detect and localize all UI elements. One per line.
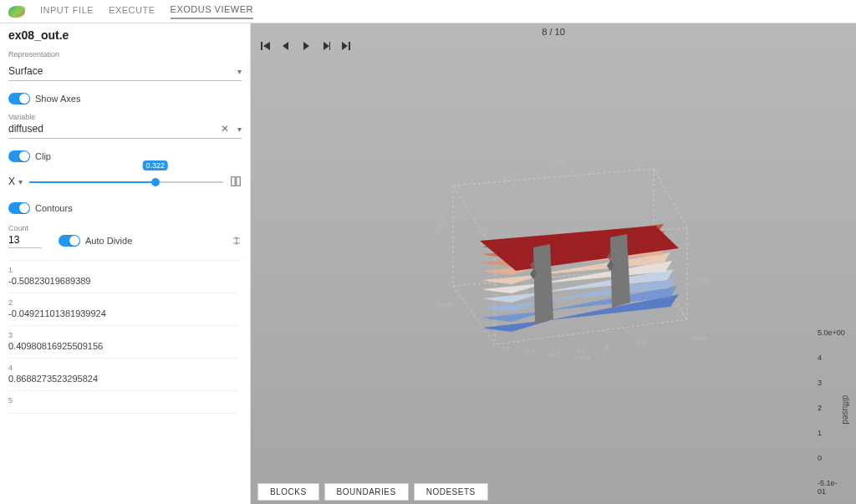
svg-rect-0 <box>232 176 235 186</box>
variable-label: Variable <box>8 113 242 121</box>
contours-label: Contours <box>35 203 73 213</box>
colorbar: 5.0e+00 4 3 2 1 0 -5.1e-01 diffused <box>814 328 844 496</box>
first-frame-button[interactable] <box>259 40 273 52</box>
svg-marker-9 <box>324 42 329 50</box>
x-axis-label: X Axis <box>549 160 566 165</box>
tab-nodesets[interactable]: NODESETS <box>414 483 488 501</box>
clip-axis-value: X <box>8 176 15 187</box>
clip-invert-icon[interactable] <box>230 176 242 190</box>
playback-controls <box>251 40 856 52</box>
contour-index: 1 <box>8 266 238 274</box>
variable-select[interactable]: diffused ✕ ▾ <box>8 121 242 139</box>
contour-value: -0.50823019689389 <box>8 276 238 286</box>
adjust-icon[interactable] <box>232 236 242 248</box>
bottom-tab-bar: BLOCKS BOUNDARIES NODESETS <box>251 480 495 504</box>
svg-marker-7 <box>283 42 288 50</box>
representation-select[interactable]: Surface ▾ <box>8 64 242 81</box>
tab-boundaries[interactable]: BOUNDARIES <box>324 483 409 501</box>
contour-value: -0.04921101381939924 <box>8 308 238 318</box>
list-item[interactable]: 3 0.40980816925509156 <box>8 326 238 359</box>
clip-slider-tooltip: 0.322 <box>143 160 169 171</box>
contours-list: 1 -0.50823019689389 2 -0.049211013819399… <box>8 260 242 496</box>
tab-input-file[interactable]: INPUT FILE <box>40 5 94 18</box>
contour-index: 4 <box>8 364 238 372</box>
chevron-down-icon: ▾ <box>237 67 242 76</box>
clip-label: Clip <box>35 151 51 161</box>
clip-toggle[interactable] <box>8 150 30 162</box>
colorbar-tick: 1 <box>818 429 845 437</box>
top-tab-bar: INPUT FILE EXECUTE EXODUS VIEWER <box>0 0 856 23</box>
svg-text:-0.8: -0.8 <box>499 346 509 352</box>
tab-blocks[interactable]: BLOCKS <box>257 483 319 501</box>
z-axis-label: Z Axis <box>436 302 453 308</box>
colorbar-min: -5.1e-01 <box>818 479 845 496</box>
count-input[interactable] <box>8 232 42 248</box>
colorbar-ticks: 5.0e+00 4 3 2 1 0 -5.1e-01 <box>814 328 845 496</box>
frame-counter: 8 / 10 <box>251 27 856 37</box>
svg-text:-0.2: -0.2 <box>574 348 584 354</box>
app-logo-icon <box>8 6 25 18</box>
svg-line-18 <box>637 166 639 170</box>
chevron-down-icon: ▾ <box>18 177 23 186</box>
y-axis-label: Y Axis <box>436 214 446 232</box>
viewport-3d[interactable]: 8 / 10 <box>251 23 856 504</box>
show-axes-toggle[interactable] <box>8 93 30 104</box>
svg-line-17 <box>604 169 606 172</box>
svg-text:-0.4: -0.4 <box>549 351 559 357</box>
svg-text:-0.6: -0.6 <box>524 349 534 354</box>
sidebar: ex08_out.e Representation Surface ▾ Show… <box>0 23 251 504</box>
representation-value: Surface <box>8 65 43 77</box>
scene-3d: X Axis Y Axis Z Axis Z Axis X Axis Y Axi… <box>386 135 721 369</box>
svg-line-13 <box>470 181 472 184</box>
colorbar-tick: 3 <box>818 379 845 387</box>
clip-axis-select[interactable]: X ▾ <box>8 176 23 189</box>
auto-divide-toggle[interactable] <box>59 235 80 247</box>
svg-marker-6 <box>263 42 270 50</box>
tab-execute[interactable]: EXECUTE <box>109 5 155 18</box>
contours-scroll[interactable]: 1 -0.50823019689389 2 -0.049211013819399… <box>8 261 242 496</box>
last-frame-button[interactable] <box>339 40 353 52</box>
tab-exodus-viewer[interactable]: EXODUS VIEWER <box>171 4 253 19</box>
svg-marker-30 <box>533 244 553 324</box>
clip-slider[interactable]: 0.322 <box>29 174 223 191</box>
list-item[interactable]: 1 -0.50823019689389 <box>8 261 238 293</box>
contour-value: 0.8688273523295824 <box>8 374 238 384</box>
y-axis-label-right: Y Axis <box>691 335 708 341</box>
svg-line-14 <box>503 177 506 181</box>
z-axis-label-right: Z Axis <box>691 277 708 283</box>
prev-frame-button[interactable] <box>279 40 293 52</box>
colorbar-max: 5.0e+00 <box>818 328 845 337</box>
clear-icon[interactable]: ✕ <box>221 123 229 135</box>
file-name: ex08_out.e <box>8 28 242 42</box>
svg-text:0: 0 <box>605 344 609 350</box>
svg-line-15 <box>537 174 539 177</box>
chevron-down-icon: ▾ <box>237 125 242 134</box>
svg-rect-10 <box>329 42 330 50</box>
contours-toggle[interactable] <box>8 202 30 214</box>
svg-rect-5 <box>261 42 262 50</box>
representation-label: Representation <box>8 50 242 59</box>
svg-line-16 <box>570 171 573 175</box>
slider-thumb-icon[interactable] <box>151 178 160 186</box>
contour-index: 2 <box>8 298 238 307</box>
contour-index: 3 <box>8 331 238 339</box>
colorbar-tick: 4 <box>818 354 845 362</box>
svg-rect-1 <box>237 176 240 186</box>
list-item[interactable]: 2 -0.04921101381939924 <box>8 293 238 326</box>
variable-value: diffused <box>8 123 43 135</box>
svg-marker-31 <box>610 234 630 308</box>
play-button[interactable] <box>299 40 313 52</box>
contour-index: 5 <box>8 396 238 405</box>
colorbar-tick: 0 <box>818 454 845 462</box>
svg-marker-11 <box>342 42 348 50</box>
next-frame-button[interactable] <box>319 40 333 52</box>
list-item[interactable]: 5 <box>8 391 238 414</box>
svg-marker-8 <box>303 42 309 50</box>
contour-value: 0.40980816925509156 <box>8 341 238 351</box>
svg-rect-12 <box>349 42 350 50</box>
x-axis-label-bottom: X Axis <box>574 354 591 360</box>
auto-divide-label: Auto Divide <box>85 236 132 246</box>
count-label: Count <box>8 224 42 232</box>
show-axes-label: Show Axes <box>35 94 80 104</box>
list-item[interactable]: 4 0.8688273523295824 <box>8 359 238 391</box>
